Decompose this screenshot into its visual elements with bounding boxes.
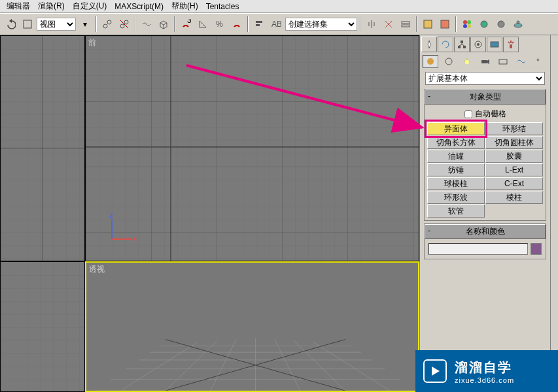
svg-rect-57 xyxy=(510,44,512,48)
category-dropdown[interactable]: 扩展基本体 xyxy=(425,72,545,85)
svg-point-59 xyxy=(445,58,452,65)
svg-point-15 xyxy=(463,20,467,24)
svg-point-19 xyxy=(481,21,487,27)
hose-button[interactable]: 软管 xyxy=(427,204,485,218)
watermark-title: 溜溜自学 xyxy=(455,359,514,376)
object-color-swatch[interactable] xyxy=(531,243,542,255)
redo-button[interactable] xyxy=(20,16,35,32)
layer-manager-button[interactable] xyxy=(398,16,413,32)
svg-rect-35 xyxy=(89,263,416,391)
svg-point-3 xyxy=(120,24,124,28)
viewport-bottom-left[interactable] xyxy=(0,261,85,392)
cext-button[interactable]: C-Ext xyxy=(485,177,543,190)
mirror-button[interactable] xyxy=(364,16,379,32)
systems-subtab[interactable]: * xyxy=(532,55,548,68)
torusknot-button[interactable]: 环形结 xyxy=(485,122,543,135)
menu-render[interactable]: 渲染(R) xyxy=(34,0,69,13)
category-dropdown-wrap: 扩展基本体 xyxy=(425,72,545,85)
align-button[interactable] xyxy=(251,16,267,32)
svg-point-4 xyxy=(124,20,128,24)
geometry-subtab[interactable] xyxy=(423,55,438,68)
render-setup-button[interactable] xyxy=(476,16,492,32)
svg-rect-0 xyxy=(24,20,31,28)
command-panel: * 扩展基本体 - 对象类型 自动栅格 异面体 环形结 切角长方体 切角圆柱体 xyxy=(419,35,550,392)
menu-maxscript[interactable]: MAXScript(M) xyxy=(111,1,167,12)
material-editor-button[interactable] xyxy=(459,16,475,32)
curve-editor-button[interactable] xyxy=(420,16,436,32)
snap-toggle[interactable]: 3 xyxy=(178,16,194,32)
capsule-button[interactable]: 胶囊 xyxy=(485,150,543,163)
lext-button[interactable]: L-Ext xyxy=(485,163,543,176)
menu-editor[interactable]: 编辑器 xyxy=(3,0,34,13)
utilities-tab[interactable] xyxy=(503,37,519,52)
collapse-icon: - xyxy=(428,226,430,235)
viewport-container: 前 z x xyxy=(0,35,419,392)
undo-button[interactable] xyxy=(3,16,18,32)
cameras-subtab[interactable] xyxy=(478,55,493,68)
named-sel-icon[interactable]: ABC xyxy=(268,16,284,32)
bind-spacewarp-button[interactable] xyxy=(139,16,154,32)
schematic-view-button[interactable] xyxy=(437,16,453,32)
motion-tab[interactable] xyxy=(470,37,486,52)
object-type-header[interactable]: - 对象类型 xyxy=(425,90,546,105)
quick-render-button[interactable] xyxy=(510,16,526,32)
svg-rect-52 xyxy=(458,46,461,48)
svg-point-2 xyxy=(107,20,111,24)
viewport-top-left[interactable] xyxy=(0,35,85,261)
command-panel-tabs xyxy=(420,35,550,54)
display-tab[interactable] xyxy=(487,37,502,52)
watermark: 溜溜自学 zixue.3d66.com xyxy=(415,350,558,392)
object-name-input[interactable] xyxy=(428,243,528,255)
gengon-button[interactable]: 球棱柱 xyxy=(427,177,485,190)
axis-gizmo: z x xyxy=(105,213,138,248)
svg-rect-56 xyxy=(491,42,498,47)
svg-rect-12 xyxy=(402,25,410,27)
viewport-label-perspective: 透视 xyxy=(89,264,105,275)
create-tab[interactable] xyxy=(421,37,437,52)
link-button[interactable] xyxy=(99,16,115,32)
autogrid-checkbox[interactable] xyxy=(464,110,472,118)
box-icon[interactable] xyxy=(156,16,171,32)
svg-text:3: 3 xyxy=(187,19,191,25)
svg-point-16 xyxy=(467,20,471,24)
chamfercyl-button[interactable]: 切角圆柱体 xyxy=(485,136,543,149)
oiltank-button[interactable]: 油罐 xyxy=(427,150,485,163)
lights-subtab[interactable] xyxy=(459,55,475,68)
chamferbox-button[interactable]: 切角长方体 xyxy=(427,136,485,149)
spacewarps-subtab[interactable] xyxy=(514,55,529,68)
shapes-subtab[interactable] xyxy=(441,55,457,68)
watermark-sub: zixue.3d66.com xyxy=(455,376,514,384)
hierarchy-tab[interactable] xyxy=(454,37,470,52)
spinner-snap-toggle[interactable] xyxy=(229,16,245,32)
svg-point-21 xyxy=(514,24,522,27)
view-dropdown[interactable]: 视图 xyxy=(37,18,76,31)
svg-point-18 xyxy=(467,24,471,28)
play-icon xyxy=(423,359,447,383)
angle-snap-toggle[interactable] xyxy=(195,16,211,32)
align-tool-button[interactable] xyxy=(381,16,396,32)
svg-rect-51 xyxy=(461,41,463,43)
unlink-button[interactable] xyxy=(116,16,132,32)
viewport-front[interactable]: 前 z x xyxy=(85,35,419,261)
menu-tentacles[interactable]: Tentacles xyxy=(202,1,243,12)
selection-set-dropdown[interactable]: 创建选择集 xyxy=(285,18,357,31)
prism-button[interactable]: 棱柱 xyxy=(485,191,543,204)
hedra-button[interactable]: 异面体 xyxy=(427,122,485,135)
object-type-rollout: - 对象类型 自动栅格 异面体 环形结 切角长方体 切角圆柱体 油罐 胶囊 纺锤… xyxy=(424,89,546,221)
modify-tab[interactable] xyxy=(438,37,453,52)
ringwave-button[interactable]: 环形波 xyxy=(427,191,485,204)
svg-text:z: z xyxy=(109,213,113,220)
render-frame-button[interactable] xyxy=(493,16,509,32)
svg-point-58 xyxy=(427,58,434,65)
spindle-button[interactable]: 纺锤 xyxy=(427,163,485,176)
menu-help[interactable]: 帮助(H) xyxy=(167,0,202,13)
svg-rect-53 xyxy=(463,46,466,48)
menu-customize[interactable]: 自定义(U) xyxy=(69,0,111,13)
main-toolbar: 视图 ▾ 3 % ABC 创建选择集 xyxy=(0,13,558,35)
viewport-perspective[interactable]: 透视 xyxy=(85,261,419,392)
percent-snap-toggle[interactable]: % xyxy=(212,16,228,32)
flyout-icon[interactable]: ▾ xyxy=(77,16,93,32)
svg-rect-9 xyxy=(256,24,260,26)
helpers-subtab[interactable] xyxy=(495,55,511,68)
name-color-header[interactable]: - 名称和颜色 xyxy=(425,224,546,239)
